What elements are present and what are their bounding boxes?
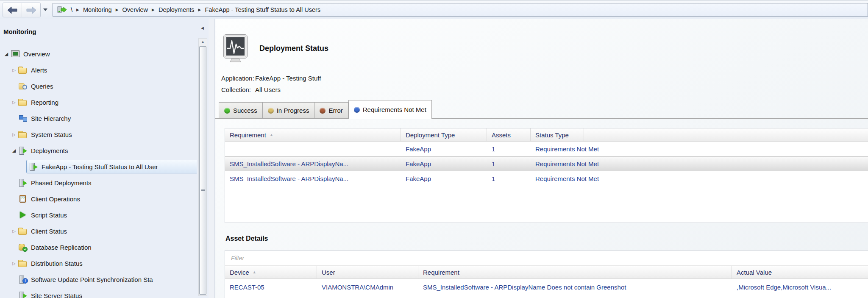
requirements-status-dot-icon xyxy=(354,107,360,113)
breadcrumb-item-deployment-status[interactable]: FakeApp - Testing Stuff Status to All Us… xyxy=(205,6,320,13)
sidebar-scrollbar[interactable]: ▲ xyxy=(198,38,207,296)
filter-input[interactable] xyxy=(230,254,865,262)
tree-item-alerts[interactable]: ▷ Alerts xyxy=(0,62,197,78)
tree-item-reporting[interactable]: ▷ Reporting xyxy=(0,94,197,110)
expander-collapsed-icon[interactable]: ▷ xyxy=(10,68,18,72)
database-sync-icon xyxy=(18,243,28,251)
breadcrumb-separator-icon: ▶ xyxy=(152,8,155,12)
overview-monitor-icon xyxy=(10,50,20,58)
application-label: Application: xyxy=(221,75,255,82)
tree-item-site-server-status[interactable]: Site Server Status xyxy=(0,287,197,298)
table-row-selected[interactable]: SMS_InstalledSoftware - ARPDisplayNa... … xyxy=(225,156,868,171)
tree-item-deployments[interactable]: ◢ Deployments xyxy=(0,142,197,159)
breadcrumb-separator-icon: ▶ xyxy=(116,8,119,12)
expander-expanded-icon[interactable]: ◢ xyxy=(10,148,18,153)
back-button[interactable] xyxy=(3,3,22,17)
asset-grid-header: Device ▲ User Requirement Actual Value xyxy=(225,266,868,279)
pane-splitter[interactable] xyxy=(209,19,215,298)
tree-item-fakeapp-deployment[interactable]: FakeApp - Testing Stuff Status to All Us… xyxy=(0,159,197,175)
asset-details-grid: Device ▲ User Requirement Actual Value R… xyxy=(225,250,868,298)
breadcrumb-item-deployments[interactable]: Deployments xyxy=(159,6,195,13)
tree-item-database-replication[interactable]: Database Replication xyxy=(0,239,197,255)
update-sync-icon xyxy=(18,275,28,284)
breadcrumb-item-monitoring[interactable]: Monitoring xyxy=(83,6,112,13)
column-header-requirement[interactable]: Requirement xyxy=(418,266,732,279)
scroll-up-icon[interactable]: ▲ xyxy=(199,39,207,45)
tab-success[interactable]: Success xyxy=(219,102,263,119)
column-header-device[interactable]: Device ▲ xyxy=(225,266,317,279)
tab-requirements-not-met[interactable]: Requirements Not Met xyxy=(348,100,432,119)
chevron-down-icon[interactable] xyxy=(43,8,47,11)
tree-item-script-status[interactable]: Script Status xyxy=(0,207,197,223)
deployment-icon xyxy=(28,162,39,171)
deployment-info: Application: FakeApp - Testing Stuff Col… xyxy=(221,72,321,95)
breadcrumb-item-overview[interactable]: Overview xyxy=(122,6,148,13)
sidebar-title: Monitoring xyxy=(3,28,36,35)
deployment-status-pane: Deployment Status Application: FakeApp -… xyxy=(215,19,868,298)
column-header-actual-value[interactable]: Actual Value xyxy=(732,266,868,279)
filter-bar xyxy=(225,251,868,266)
breadcrumb-root[interactable]: \ xyxy=(71,6,72,13)
tree-item-system-status[interactable]: ▷ System Status xyxy=(0,126,197,142)
monitor-pulse-icon xyxy=(223,34,248,65)
page-title: Deployment Status xyxy=(259,44,328,53)
site-hierarchy-icon xyxy=(18,114,28,123)
server-deploy-icon xyxy=(57,6,67,14)
breadcrumb: \ ▶ Monitoring ▶ Overview ▶ Deployments … xyxy=(53,3,868,17)
collapse-panel-icon[interactable]: ◄ xyxy=(200,25,205,31)
toolbar: \ ▶ Monitoring ▶ Overview ▶ Deployments … xyxy=(0,0,868,19)
tab-in-progress[interactable]: In Progress xyxy=(263,102,315,119)
column-header-user[interactable]: User xyxy=(317,266,418,279)
column-header-assets[interactable]: Assets xyxy=(487,128,531,141)
tab-error[interactable]: Error xyxy=(314,102,348,119)
expander-collapsed-icon[interactable]: ▷ xyxy=(10,229,18,234)
tree-item-phased-deployments[interactable]: Phased Deployments xyxy=(0,175,197,191)
collection-value: All Users xyxy=(255,86,281,93)
table-row[interactable]: SMS_InstalledSoftware - ARPDisplayNa... … xyxy=(225,171,868,186)
column-header-requirement[interactable]: Requirement ▲ xyxy=(225,128,401,141)
tree-item-site-hierarchy[interactable]: Site Hierarchy xyxy=(0,110,197,126)
table-row[interactable]: RECAST-05 VIAMONSTRA\CMAdmin SMS_Install… xyxy=(225,279,868,295)
collection-label: Collection: xyxy=(221,86,255,93)
column-header-deployment-type[interactable]: Deployment Type xyxy=(401,128,487,141)
in-progress-status-dot-icon xyxy=(268,108,274,114)
clipboard-icon xyxy=(18,195,28,203)
folder-icon xyxy=(18,130,28,139)
expander-collapsed-icon[interactable]: ▷ xyxy=(10,132,18,137)
deployment-icon xyxy=(18,146,28,155)
sort-ascending-icon: ▲ xyxy=(253,270,256,274)
deployment-grid-header: Requirement ▲ Deployment Type Assets Sta… xyxy=(225,128,868,142)
deployment-grid: Requirement ▲ Deployment Type Assets Sta… xyxy=(225,128,868,223)
expander-collapsed-icon[interactable]: ▷ xyxy=(10,261,18,266)
scrollbar-thumb[interactable] xyxy=(199,46,206,295)
table-row[interactable]: FakeApp 1 Requirements Not Met xyxy=(225,142,868,156)
asset-details-title: Asset Details xyxy=(225,235,268,242)
play-icon xyxy=(18,211,28,219)
deployment-icon xyxy=(18,178,28,187)
breadcrumb-separator-icon: ▶ xyxy=(76,8,79,12)
forward-button[interactable] xyxy=(22,3,40,17)
tree-item-overview[interactable]: ◢ Overview xyxy=(0,46,197,62)
forward-arrow-icon xyxy=(26,6,37,14)
sort-ascending-icon: ▲ xyxy=(270,133,273,137)
application-value: FakeApp - Testing Stuff xyxy=(255,75,321,82)
folder-icon xyxy=(18,98,28,106)
queries-icon xyxy=(18,82,28,90)
error-status-dot-icon xyxy=(320,108,326,114)
expander-expanded-icon[interactable]: ◢ xyxy=(3,51,10,57)
tree-item-sup-synchronization[interactable]: Software Update Point Synchronization St… xyxy=(0,271,197,287)
nav-button-group xyxy=(3,3,41,17)
server-icon xyxy=(18,291,28,298)
status-tabs: Success In Progress Error Requirements N… xyxy=(219,100,432,119)
tree-item-distribution-status[interactable]: ▷ Distribution Status xyxy=(0,255,197,271)
expander-collapsed-icon[interactable]: ▷ xyxy=(10,100,18,105)
folder-icon xyxy=(18,259,28,267)
selected-tree-item[interactable]: FakeApp - Testing Stuff Status to All Us… xyxy=(26,160,197,173)
folder-icon xyxy=(18,227,28,235)
column-header-status-type[interactable]: Status Type xyxy=(531,128,584,141)
tree-item-queries[interactable]: Queries xyxy=(0,78,197,94)
tree-item-client-operations[interactable]: Client Operations xyxy=(0,191,197,207)
back-arrow-icon xyxy=(7,6,18,14)
success-status-dot-icon xyxy=(224,108,230,114)
tree-item-client-status[interactable]: ▷ Client Status xyxy=(0,223,197,239)
